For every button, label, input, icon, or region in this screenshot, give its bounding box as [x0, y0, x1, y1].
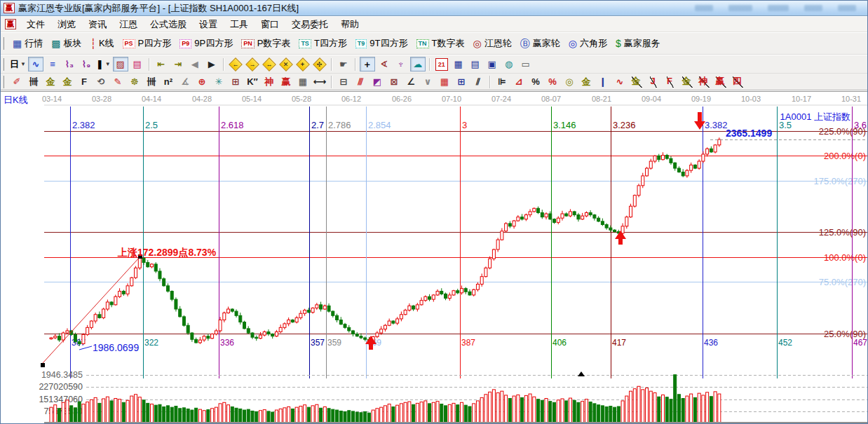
cycle-circle-icon[interactable]: ☸: [127, 74, 142, 89]
title-bar[interactable]: 赢 赢家江恩专业版[赢家内部服务平台] - [上证指数 SH1A0001-167…: [1, 1, 868, 16]
crosshair-tool-icon[interactable]: ＋: [360, 57, 375, 71]
menu-item-文件[interactable]: 文件: [20, 18, 51, 31]
hand-tool-icon[interactable]: ☛: [336, 57, 351, 71]
prev-bar-icon[interactable]: ◀: [187, 57, 203, 71]
menu-item-江恩[interactable]: 江恩: [113, 18, 144, 31]
angle-measure-icon[interactable]: ∢: [377, 57, 392, 71]
four-angle-icon[interactable]: 四: [730, 74, 745, 89]
red-grid-icon[interactable]: ▦: [437, 74, 452, 89]
wave-v-icon[interactable]: ∨: [420, 74, 435, 89]
pen-ruler-icon[interactable]: ✎: [110, 74, 126, 89]
winner-service-button[interactable]: $赢家服务: [611, 36, 665, 51]
jump-first-icon[interactable]: ⇤: [154, 57, 169, 71]
fib-f-comb-icon[interactable]: F: [76, 74, 92, 89]
menu-item-资讯[interactable]: 资讯: [82, 18, 113, 31]
wave-channel-icon[interactable]: ∿: [612, 74, 628, 89]
menu-item-工具[interactable]: 工具: [224, 18, 255, 31]
trident-tool-icon[interactable]: ♆: [393, 57, 409, 71]
fan-lines-icon[interactable]: ⫻: [353, 74, 368, 89]
angle-ruler-icon[interactable]: ∡: [177, 74, 193, 89]
menu-item-帮助[interactable]: 帮助: [334, 18, 365, 31]
save-icon[interactable]: ▣: [484, 57, 500, 71]
percent-strike-icon[interactable]: ⊿: [511, 74, 527, 89]
profile-histogram-icon[interactable]: ▤: [130, 57, 145, 71]
gold-line2-icon[interactable]: 金: [629, 74, 644, 89]
circle-gold-icon[interactable]: ◎: [562, 74, 577, 89]
zoom-fit-all-icon[interactable]: ✣: [312, 57, 327, 71]
scale-list-icon[interactable]: ⊫: [494, 74, 510, 89]
triple-slash-icon[interactable]: ⫽: [470, 74, 486, 89]
period-day-dropdown[interactable]: 日▼: [9, 57, 27, 71]
k-mark-icon[interactable]: K″: [245, 74, 260, 89]
sectors-button[interactable]: ▩板块: [47, 36, 86, 51]
t9-square-button-icon: T9: [355, 39, 367, 48]
t-square-button[interactable]: TST四方形: [294, 36, 351, 51]
chart-pane[interactable]: 03-1403-2804-1404-2805-1405-2806-1206-26…: [1, 91, 868, 424]
kline-button[interactable]: ┆K线: [86, 36, 118, 51]
zoom-out-h-icon[interactable]: ←: [228, 57, 243, 71]
f-angle-icon[interactable]: F: [663, 74, 678, 89]
web-grid-icon[interactable]: ⊞: [228, 74, 243, 89]
winner-wheel-button[interactable]: Ⓑ赢家轮: [516, 36, 564, 51]
zoom-in-h-icon[interactable]: →: [245, 57, 260, 71]
volume-bar: [416, 403, 419, 423]
dot-grid-icon[interactable]: ⊞: [454, 74, 469, 89]
draw-pen-icon[interactable]: ✐: [9, 74, 25, 89]
comb-plain-icon[interactable]: 卌: [144, 74, 159, 89]
ying-angle-icon[interactable]: 赢: [713, 74, 728, 89]
j-angle-icon[interactable]: J: [646, 74, 661, 89]
fan-box-icon[interactable]: ◩: [369, 74, 385, 89]
t9-square-button[interactable]: T99T四方形: [351, 36, 412, 51]
quotes-button[interactable]: ▦行情: [8, 36, 47, 51]
region-analysis-icon[interactable]: ▨: [113, 57, 128, 71]
fan-web-icon[interactable]: ⊠: [386, 74, 402, 89]
menu-item-设置[interactable]: 设置: [193, 18, 224, 31]
zoom-wave-icon[interactable]: ∿: [28, 57, 43, 71]
percent-level-icon[interactable]: %: [545, 74, 560, 89]
p-number-table-button[interactable]: PNP数字表: [237, 36, 294, 51]
spiral-icon[interactable]: ⟲: [93, 74, 109, 89]
candle-style-dropdown[interactable]: ❚▼: [95, 57, 111, 71]
hexagon-button[interactable]: ◎六角形: [564, 36, 611, 51]
target-cross-icon[interactable]: ⊕: [194, 74, 210, 89]
cloud-pattern-icon[interactable]: ☁: [410, 57, 426, 71]
angle-line-icon[interactable]: ∠: [403, 74, 419, 89]
zoom-in-all-icon[interactable]: +: [295, 57, 311, 71]
gold-comb2-icon[interactable]: 金: [60, 74, 75, 89]
gold-angle-icon[interactable]: 金: [679, 74, 695, 89]
gold-comb-icon[interactable]: 金: [43, 74, 58, 89]
gann-wheel-button[interactable]: ◎江恩轮: [468, 36, 515, 51]
next-bar-icon[interactable]: ▶: [204, 57, 219, 71]
shen-angle-icon[interactable]: 神: [696, 74, 712, 89]
measure-box-icon[interactable]: ⊟: [336, 74, 351, 89]
line-gold-icon[interactable]: 金: [578, 74, 594, 89]
web-star-icon[interactable]: ✳: [211, 74, 226, 89]
calculator-icon[interactable]: ▦: [451, 57, 466, 71]
shen-comb-icon[interactable]: 神: [262, 74, 277, 89]
web-icon[interactable]: ◍: [501, 57, 517, 71]
printer-icon[interactable]: ▭: [518, 57, 534, 71]
menu-item-窗口[interactable]: 窗口: [255, 18, 285, 31]
menu-item-浏览[interactable]: 浏览: [51, 18, 82, 31]
t-number-table-button[interactable]: TNT数字表: [412, 36, 469, 51]
p-square-button[interactable]: PSP四方形: [118, 36, 176, 51]
cycle-comb-icon[interactable]: 卌: [26, 74, 41, 89]
info-note-icon[interactable]: ≡: [45, 57, 60, 71]
menu-item-公式选股[interactable]: 公式选股: [144, 18, 193, 31]
fan-lines-icon-glyph: ⫻: [358, 77, 363, 87]
menu-item-交易委托[interactable]: 交易委托: [285, 18, 334, 31]
n-squared-icon[interactable]: n²: [161, 74, 176, 89]
span-arrows-icon[interactable]: ⟷: [312, 74, 327, 89]
notes-icon[interactable]: ▤: [468, 57, 483, 71]
percent-icon[interactable]: %: [528, 74, 543, 89]
calendar-21-icon[interactable]: 21: [434, 57, 449, 71]
p9-square-button[interactable]: P99P四方形: [175, 36, 237, 51]
ma9-icon[interactable]: ⌇₉: [79, 57, 94, 71]
grid-123-icon[interactable]: ▦: [295, 74, 311, 89]
ma3-icon[interactable]: ⌇₃: [62, 57, 77, 71]
zoom-out-all-icon[interactable]: ✕: [278, 57, 294, 71]
candle-pen-icon[interactable]: ❙: [595, 74, 611, 89]
jump-last-icon[interactable]: ⇥: [170, 57, 186, 71]
zoom-fit-h-icon[interactable]: ↔: [262, 57, 277, 71]
ying-comb-icon[interactable]: 赢: [278, 74, 294, 89]
